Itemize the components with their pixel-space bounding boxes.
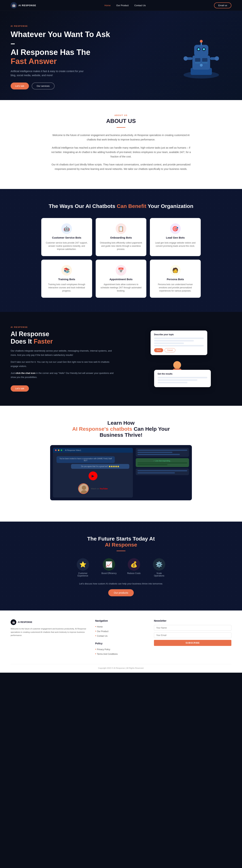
hero-left: AI RESPONSE Whatever You Want To Ask – A… [11, 25, 113, 89]
faster-para3: Just click the chat icon in the corner a… [11, 371, 116, 379]
future-icon-label: Customer Experience [75, 572, 91, 577]
svg-point-24 [173, 361, 181, 369]
footer-nav-link[interactable]: Contact Us [97, 635, 108, 637]
chat-send-button[interactable]: Send [154, 348, 163, 352]
svg-point-12 [200, 40, 203, 43]
nav-home[interactable]: Home [104, 4, 111, 7]
about-para2: Artificial intelligence has reached a po… [50, 146, 192, 159]
benefits-title-pre: The Ways Our AI Chatbots [49, 203, 117, 209]
benefit-name: Lead Gen Bots [166, 236, 185, 239]
footer-policy-item[interactable]: Terms And Conditions [95, 652, 147, 655]
chat-card-results-title: Get the results [158, 373, 207, 375]
hero-buttons: Let's talk Our services [11, 83, 113, 89]
chat-line [154, 338, 204, 339]
benefit-card: 🧑 Persona Bots Persona bots can understa… [150, 260, 201, 298]
benefit-card: 📚 Training Bots Training bots coach empl… [41, 260, 92, 298]
avatar-svg [79, 484, 89, 494]
robot-illustration [177, 32, 226, 82]
svg-point-9 [198, 48, 200, 50]
benefit-desc: Appointment bots allow customers to sche… [99, 283, 143, 292]
video-bubble: Do you agree that I'm a great bot? ⭐⭐⭐⭐⭐ [71, 464, 129, 469]
nav-contact[interactable]: Contact Us [134, 4, 146, 7]
card-line [138, 450, 187, 451]
footer-logo: 🤖 AI RESPONSE [11, 619, 88, 625]
video-section: Learn How AI Response's chatbots Can Hel… [0, 406, 242, 522]
video-sidebar: ✓ Live chat responding... [136, 448, 189, 497]
faster-talk-button[interactable]: Let's talk [11, 385, 29, 392]
video-main: AI Response Video1 You've been invited t… [53, 448, 133, 497]
nav-links: Home Our Product Contact Us [104, 4, 146, 7]
faster-para2: Don't take our word for it. You can try … [11, 360, 116, 368]
benefit-icon: 📅 [116, 265, 126, 276]
footer-nav-link[interactable]: Our Product [97, 630, 109, 632]
future-icon-label: Reduce Costs [127, 572, 141, 575]
about-para3: Our AI chatbots don't just blindly follo… [50, 162, 192, 171]
benefit-card: 🤖 Customer Service Bots Customer service… [41, 218, 92, 256]
video-wrapper: AI Response Video1 You've been invited t… [50, 445, 192, 500]
video-sidebar-card3 [136, 468, 189, 475]
hero-subtitle: Artificial intelligence makes it fast & … [11, 69, 89, 77]
card-line [138, 454, 180, 455]
faster-section: AI RESPONSE AI ResponseDoes It Faster Ou… [0, 312, 242, 406]
footer-policy-link[interactable]: Terms And Conditions [97, 653, 118, 655]
footer-policy-link[interactable]: Privacy Policy [97, 648, 110, 651]
future-icon-item: 📈 Boost Efficiency [101, 558, 117, 577]
benefit-name: Onboarding Bots [110, 236, 132, 239]
benefits-section: The Ways Our AI Chatbots Can Benefit You… [0, 189, 242, 312]
footer-policy-item[interactable]: Privacy Policy [95, 648, 147, 651]
svg-point-31 [82, 486, 86, 490]
footer-nav-item[interactable]: Contact Us [95, 634, 147, 638]
nav-product[interactable]: Our Product [116, 4, 129, 7]
benefits-title-post: Your Organization [146, 203, 193, 209]
benefit-desc: Persona bots can understand human emotio… [153, 283, 197, 292]
faster-title: AI ResponseDoes It Faster [11, 330, 116, 345]
play-button[interactable]: ▶ [89, 471, 97, 480]
benefits-title: The Ways Our AI Chatbots Can Benefit You… [11, 203, 231, 209]
chat-line [154, 345, 204, 346]
email-button[interactable]: Email us [214, 2, 231, 8]
hero-image [171, 31, 231, 84]
newsletter-email-input[interactable] [154, 632, 231, 638]
products-button[interactable]: Our products [108, 589, 134, 596]
footer-nav-item[interactable]: Home [95, 625, 147, 628]
benefits-title-accent: Can Benefit [117, 203, 146, 209]
video-title-accent: AI Response's chatbots [72, 426, 132, 432]
future-section: The Future Starts Today At AI Response ⭐… [0, 522, 242, 611]
footer: 🤖 AI RESPONSE Welcome to the future of c… [0, 611, 242, 673]
future-divider [117, 551, 125, 551]
benefit-name: Training Bots [58, 278, 75, 281]
future-icon-circle: ⭐ [77, 558, 89, 571]
newsletter-name-input[interactable] [154, 625, 231, 631]
footer-desc: Welcome to the future of customer engage… [11, 627, 88, 637]
subscribe-button[interactable]: SUBSCRIBE [154, 640, 231, 646]
chat-card-describe-title: Describe your topic [154, 333, 204, 336]
chat-line [158, 377, 207, 378]
footer-nav-item[interactable]: Our Product [95, 630, 147, 633]
benefit-name: Appointment Bots [110, 278, 132, 281]
footer-nav: Navigation HomeOur ProductContact Us Pol… [95, 619, 147, 657]
svg-point-15 [184, 56, 188, 61]
chat-cancel-button[interactable]: Cancel [164, 348, 175, 352]
card-line [138, 452, 172, 453]
hero-title-line1: Whatever You Want To Ask – [11, 30, 110, 48]
benefit-card: 📋 Onboarding Bots Onboarding bots effici… [96, 218, 147, 256]
about-divider [117, 127, 125, 128]
newsletter-title: Newsletter [154, 619, 231, 622]
faster-em: click the chat icon [16, 372, 35, 374]
future-icon-item: ⚙️ Scale Operations [151, 558, 167, 577]
video-content: You've been invited to have a conversati… [53, 453, 133, 497]
hero-title-line2: AI Response Has The [11, 48, 90, 57]
benefit-card: 🎯 Lead Gen Bots Lead gen bots engage web… [150, 218, 201, 256]
talk-button[interactable]: Let's talk [11, 83, 29, 89]
services-button[interactable]: Our services [32, 83, 55, 89]
card-line [138, 464, 167, 465]
future-icon-circle: 💰 [128, 558, 140, 571]
footer-newsletter: Newsletter SUBSCRIBE [154, 619, 231, 657]
video-dot-red [55, 450, 57, 451]
future-icon-label: Scale Operations [151, 572, 167, 577]
footer-nav-link[interactable]: Home [97, 625, 102, 628]
benefit-desc: Training bots coach employees through in… [45, 283, 89, 292]
card-line [138, 470, 187, 471]
benefit-name: Persona Bots [167, 278, 184, 281]
faster-para1: Our chatbots integrate seamlessly across… [11, 349, 116, 357]
